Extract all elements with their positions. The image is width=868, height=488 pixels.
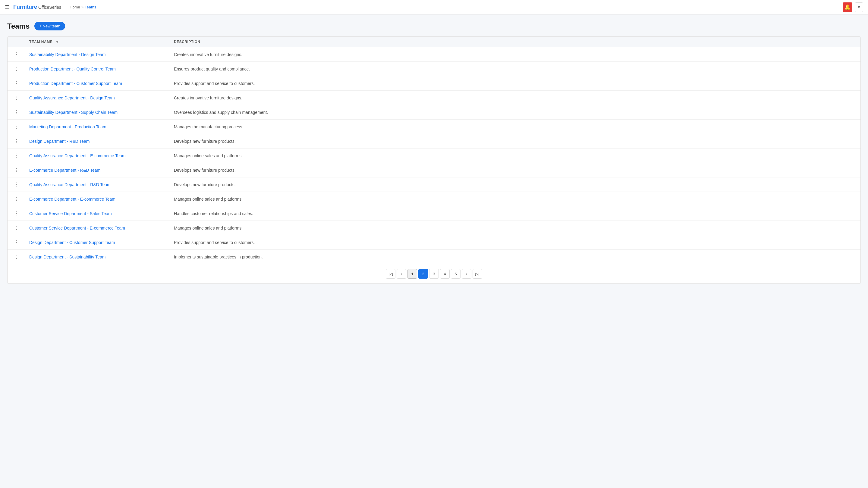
team-name-link[interactable]: Production Department - Customer Support… <box>29 81 122 86</box>
table-row: ⋮Quality Assurance Department - R&D Team… <box>7 177 861 192</box>
breadcrumb-home[interactable]: Home <box>70 5 80 9</box>
team-description-cell: Manages online sales and platforms. <box>170 192 861 206</box>
team-name-cell: E-commerce Department - R&D Team <box>26 163 170 177</box>
pagination-prev[interactable]: ‹ <box>397 269 406 279</box>
team-name-cell: Quality Assurance Department - E-commerc… <box>26 149 170 163</box>
row-actions-cell: ⋮ <box>7 149 26 163</box>
row-actions-cell: ⋮ <box>7 192 26 206</box>
filter-icon[interactable]: ▼ <box>56 40 59 44</box>
row-action-menu[interactable]: ⋮ <box>12 138 21 144</box>
row-actions-cell: ⋮ <box>7 47 26 62</box>
team-description-cell: Handles customer relationships and sales… <box>170 206 861 221</box>
team-name-cell: Production Department - Quality Control … <box>26 62 170 76</box>
row-actions-cell: ⋮ <box>7 120 26 134</box>
team-description-cell: Develops new furniture products. <box>170 134 861 149</box>
row-action-menu[interactable]: ⋮ <box>12 210 21 217</box>
row-actions-cell: ⋮ <box>7 62 26 76</box>
row-action-menu[interactable]: ⋮ <box>12 51 21 58</box>
row-actions-cell: ⋮ <box>7 105 26 120</box>
row-action-menu[interactable]: ⋮ <box>12 195 21 202</box>
teams-table: TEAM NAME ▼ DESCRIPTION ⋮Sustainability … <box>7 37 861 264</box>
team-description-cell: Creates innovative furniture designs. <box>170 91 861 105</box>
new-team-button[interactable]: + New team <box>34 22 65 30</box>
col-header-description: DESCRIPTION <box>170 37 861 47</box>
main-content: Teams + New team TEAM NAME ▼ DESCRIPTION… <box>0 14 868 291</box>
row-action-menu[interactable]: ⋮ <box>12 94 21 101</box>
menu-icon[interactable]: ☰ <box>5 4 10 10</box>
row-actions-cell: ⋮ <box>7 91 26 105</box>
page-header: Teams + New team <box>7 22 861 30</box>
team-name-link[interactable]: Customer Service Department - E-commerce… <box>29 226 125 230</box>
notification-icon: 🔔 <box>844 4 850 10</box>
team-name-link[interactable]: Customer Service Department - Sales Team <box>29 211 112 216</box>
row-actions-cell: ⋮ <box>7 221 26 235</box>
pagination-page-4[interactable]: 4 <box>440 269 450 279</box>
team-name-link[interactable]: Marketing Department - Production Team <box>29 124 106 129</box>
team-name-cell: Design Department - Sustainability Team <box>26 250 170 264</box>
team-name-link[interactable]: Sustainability Department - Design Team <box>29 52 105 57</box>
team-name-cell: E-commerce Department - E-commerce Team <box>26 192 170 206</box>
table-row: ⋮Sustainability Department - Supply Chai… <box>7 105 861 120</box>
col-header-team-name: TEAM NAME ▼ <box>26 37 170 47</box>
team-name-cell: Design Department - Customer Support Tea… <box>26 235 170 250</box>
row-action-menu[interactable]: ⋮ <box>12 224 21 231</box>
team-name-link[interactable]: Design Department - Sustainability Team <box>29 255 105 259</box>
team-name-link[interactable]: Quality Assurance Department - E-commerc… <box>29 153 126 158</box>
team-description-cell: Manages the manufacturing process. <box>170 120 861 134</box>
pagination-page-2[interactable]: 2 <box>418 269 428 279</box>
team-name-cell: Customer Service Department - Sales Team <box>26 206 170 221</box>
team-name-cell: Quality Assurance Department - Design Te… <box>26 91 170 105</box>
row-action-menu[interactable]: ⋮ <box>12 167 21 173</box>
pagination-page-3[interactable]: 3 <box>429 269 439 279</box>
team-name-link[interactable]: Quality Assurance Department - Design Te… <box>29 96 115 100</box>
header-actions: 🔔 ▼ <box>843 2 863 12</box>
team-description-cell: Provides support and service to customer… <box>170 235 861 250</box>
team-name-link[interactable]: E-commerce Department - E-commerce Team <box>29 197 116 201</box>
team-description-cell: Implements sustainable practices in prod… <box>170 250 861 264</box>
row-action-menu[interactable]: ⋮ <box>12 80 21 87</box>
row-action-menu[interactable]: ⋮ <box>12 253 21 260</box>
team-name-link[interactable]: Quality Assurance Department - R&D Team <box>29 182 111 187</box>
row-actions-cell: ⋮ <box>7 177 26 192</box>
team-name-cell: Sustainability Department - Supply Chain… <box>26 105 170 120</box>
table-row: ⋮Design Department - Customer Support Te… <box>7 235 861 250</box>
col-header-actions <box>7 37 26 47</box>
pagination-next[interactable]: › <box>462 269 471 279</box>
team-description-cell: Oversees logistics and supply chain mana… <box>170 105 861 120</box>
header-dropdown-button[interactable]: ▼ <box>855 2 863 12</box>
pagination-last[interactable]: ▷| <box>472 269 482 279</box>
row-actions-cell: ⋮ <box>7 235 26 250</box>
row-action-menu[interactable]: ⋮ <box>12 123 21 130</box>
team-name-cell: Marketing Department - Production Team <box>26 120 170 134</box>
table-header: TEAM NAME ▼ DESCRIPTION <box>7 37 861 47</box>
table-row: ⋮Quality Assurance Department - E-commer… <box>7 149 861 163</box>
notification-button[interactable]: 🔔 <box>843 2 852 12</box>
pagination-page-5[interactable]: 5 <box>451 269 461 279</box>
page-title: Teams <box>7 22 30 30</box>
teams-table-container: TEAM NAME ▼ DESCRIPTION ⋮Sustainability … <box>7 36 861 284</box>
chevron-down-icon: ▼ <box>857 5 861 9</box>
team-name-link[interactable]: Production Department - Quality Control … <box>29 67 116 71</box>
row-action-menu[interactable]: ⋮ <box>12 152 21 159</box>
row-action-menu[interactable]: ⋮ <box>12 65 21 72</box>
brand-name: Furniture <box>13 4 37 10</box>
team-name-link[interactable]: Design Department - R&D Team <box>29 139 90 144</box>
team-description-cell: Provides support and service to customer… <box>170 76 861 91</box>
table-row: ⋮Customer Service Department - Sales Tea… <box>7 206 861 221</box>
pagination-page-1[interactable]: 1 <box>407 269 417 279</box>
team-description-cell: Creates innovative furniture designs. <box>170 47 861 62</box>
table-row: ⋮E-commerce Department - E-commerce Team… <box>7 192 861 206</box>
team-name-link[interactable]: Design Department - Customer Support Tea… <box>29 240 115 245</box>
pagination-first[interactable]: |◁ <box>386 269 396 279</box>
row-action-menu[interactable]: ⋮ <box>12 239 21 246</box>
table-row: ⋮Quality Assurance Department - Design T… <box>7 91 861 105</box>
row-action-menu[interactable]: ⋮ <box>12 181 21 188</box>
app-header: ☰ Furniture OfficeSeries Home » Teams 🔔 … <box>0 0 868 14</box>
team-description-cell: Develops new furniture products. <box>170 163 861 177</box>
row-action-menu[interactable]: ⋮ <box>12 109 21 116</box>
table-row: ⋮E-commerce Department - R&D TeamDevelop… <box>7 163 861 177</box>
team-name-link[interactable]: Sustainability Department - Supply Chain… <box>29 110 118 115</box>
team-description-cell: Manages online sales and platforms. <box>170 221 861 235</box>
team-name-link[interactable]: E-commerce Department - R&D Team <box>29 168 100 173</box>
breadcrumb: Home » Teams <box>70 5 96 9</box>
